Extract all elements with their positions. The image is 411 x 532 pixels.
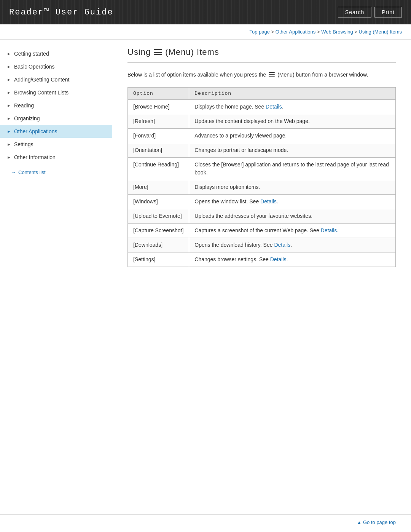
table-row: [Forward]Advances to a previously viewed… (128, 129, 396, 143)
arrow-up-icon: ▲ (357, 520, 362, 525)
breadcrumb-sep3: > (353, 29, 359, 35)
option-cell: [Continue Reading] (128, 158, 189, 180)
go-to-top-link[interactable]: ▲ Go to page top (357, 519, 396, 525)
menu-icon-large (154, 49, 162, 55)
sidebar-item-getting-started[interactable]: ► Getting started (0, 47, 112, 60)
breadcrumb-sep1: > (270, 29, 276, 35)
details-link[interactable]: Details (270, 256, 287, 262)
footer-go-to-top-section: ▲ Go to page top (0, 514, 411, 525)
description-text-post: (Menu) button from a browser window. (277, 70, 368, 79)
chevron-right-icon: ► (7, 155, 11, 160)
chevron-right-icon: ► (7, 103, 11, 108)
details-link[interactable]: Details (274, 242, 290, 248)
description-cell: Uploads the addresses of your favourite … (189, 209, 396, 224)
option-cell: [Capture Screenshot] (128, 224, 189, 238)
description-cell: Opens the window list. See Details. (189, 195, 396, 209)
sidebar-item-label: Basic Operations (14, 64, 55, 70)
sidebar-item-label: Adding/Getting Content (14, 77, 70, 83)
breadcrumb-web-browsing-link[interactable]: Web Browsing (321, 29, 353, 35)
table-row: [Capture Screenshot]Captures a screensho… (128, 224, 396, 238)
col-header-description: Description (189, 88, 396, 100)
search-button[interactable]: Search (338, 7, 371, 18)
heading-pre: Using (127, 47, 151, 57)
breadcrumb-current-link[interactable]: Using (Menu) Items (359, 29, 402, 35)
chevron-right-icon: ► (7, 64, 11, 69)
page-header: Reader™ User Guide Search Print (0, 0, 411, 24)
breadcrumb-sep2: > (315, 29, 321, 35)
option-cell: [Refresh] (128, 114, 189, 129)
sidebar-item-label: Settings (14, 141, 33, 147)
description-cell: Displays more option items. (189, 180, 396, 195)
menu-icon-inline (269, 72, 275, 77)
option-cell: [Forward] (128, 129, 189, 143)
description-cell: Updates the content displayed on the Web… (189, 114, 396, 129)
table-row: [Windows]Opens the window list. See Deta… (128, 195, 396, 209)
table-row: [Upload to Evernote]Uploads the addresse… (128, 209, 396, 224)
description-cell: Changes to portrait or landscape mode. (189, 143, 396, 158)
description-cell: Changes browser settings. See Details. (189, 252, 396, 267)
breadcrumb-top-link[interactable]: Top page (250, 29, 270, 35)
description-text-pre: Below is a list of option items availabl… (127, 70, 266, 79)
print-button[interactable]: Print (374, 7, 402, 18)
arrow-right-icon: → (11, 169, 16, 175)
chevron-right-icon: ► (7, 116, 11, 121)
sidebar: ► Getting started ► Basic Operations ► A… (0, 40, 112, 503)
site-title: Reader™ User Guide (9, 8, 113, 17)
description-cell: Closes the [Browser] application and ret… (189, 158, 396, 180)
options-table: Option Description [Browse Home]Displays… (127, 87, 396, 267)
option-cell: [More] (128, 180, 189, 195)
sidebar-item-label: Reading (14, 102, 34, 109)
sidebar-item-label: Other Applications (14, 128, 57, 134)
description-cell: Opens the download history. See Details. (189, 238, 396, 252)
table-header-row: Option Description (128, 88, 396, 100)
sidebar-item-settings[interactable]: ► Settings (0, 138, 112, 151)
sidebar-item-organizing[interactable]: ► Organizing (0, 112, 112, 125)
sidebar-item-other-information[interactable]: ► Other Information (0, 151, 112, 164)
breadcrumb-other-apps-link[interactable]: Other Applications (276, 29, 316, 35)
option-cell: [Downloads] (128, 238, 189, 252)
description-cell: Displays the home page. See Details. (189, 100, 396, 114)
table-row: [Refresh]Updates the content displayed o… (128, 114, 396, 129)
details-link[interactable]: Details (260, 198, 277, 204)
details-link[interactable]: Details (266, 104, 282, 110)
description-paragraph: Below is a list of option items availabl… (127, 70, 396, 79)
table-row: [Settings]Changes browser settings. See … (128, 252, 396, 267)
sidebar-item-label: Browsing Content Lists (14, 89, 68, 96)
sidebar-item-browsing-content-lists[interactable]: ► Browsing Content Lists (0, 86, 112, 99)
table-row: [Downloads]Opens the download history. S… (128, 238, 396, 252)
description-cell: Captures a screenshot of the current Web… (189, 224, 396, 238)
chevron-right-icon: ► (7, 90, 11, 95)
main-content: Using (Menu) Items Below is a list of op… (112, 40, 411, 503)
contents-list-link[interactable]: → Contents list (0, 165, 112, 179)
sidebar-item-label: Getting started (14, 51, 49, 57)
main-layout: ► Getting started ► Basic Operations ► A… (0, 40, 411, 503)
option-cell: [Upload to Evernote] (128, 209, 189, 224)
header-buttons: Search Print (338, 7, 402, 18)
table-row: [More]Displays more option items. (128, 180, 396, 195)
chevron-right-icon: ► (7, 142, 11, 147)
sidebar-item-label: Organizing (14, 115, 40, 121)
option-cell: [Orientation] (128, 143, 189, 158)
option-cell: [Settings] (128, 252, 189, 267)
chevron-right-icon: ► (7, 77, 11, 82)
go-to-top-label: Go to page top (363, 519, 396, 525)
option-cell: [Browse Home] (128, 100, 189, 114)
page-heading: Using (Menu) Items (127, 47, 396, 63)
sidebar-item-reading[interactable]: ► Reading (0, 99, 112, 112)
heading-post: (Menu) Items (165, 47, 219, 57)
sidebar-item-other-applications[interactable]: ► Other Applications (0, 125, 112, 138)
sidebar-item-label: Other Information (14, 154, 56, 160)
table-row: [Browse Home]Displays the home page. See… (128, 100, 396, 114)
sidebar-item-basic-operations[interactable]: ► Basic Operations (0, 60, 112, 73)
table-row: [Continue Reading]Closes the [Browser] a… (128, 158, 396, 180)
contents-link-label: Contents list (18, 169, 46, 175)
page-footer: Copyright 2012 Sony Corporation (0, 529, 411, 532)
chevron-right-icon: ► (7, 129, 11, 134)
col-header-option: Option (128, 88, 189, 100)
table-row: [Orientation]Changes to portrait or land… (128, 143, 396, 158)
chevron-right-icon: ► (7, 51, 11, 56)
description-cell: Advances to a previously viewed page. (189, 129, 396, 143)
option-cell: [Windows] (128, 195, 189, 209)
details-link[interactable]: Details (321, 227, 337, 233)
sidebar-item-adding-getting-content[interactable]: ► Adding/Getting Content (0, 73, 112, 86)
